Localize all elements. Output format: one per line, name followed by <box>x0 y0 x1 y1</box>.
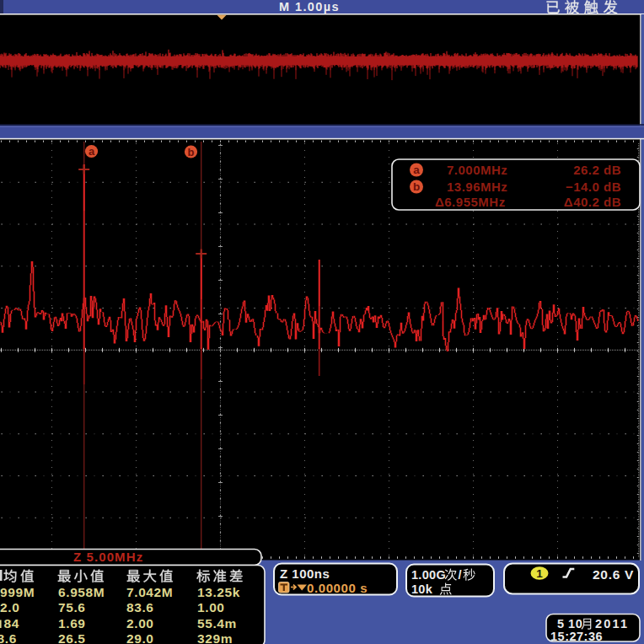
svg-text:20.6 V: 20.6 V <box>593 567 634 582</box>
svg-text:b: b <box>413 180 420 193</box>
svg-text:75.6: 75.6 <box>58 600 86 614</box>
svg-text:55.4m: 55.4m <box>197 616 237 631</box>
svg-text:1: 1 <box>536 567 543 580</box>
svg-text:1.00: 1.00 <box>197 600 225 614</box>
svg-text:2.00: 2.00 <box>126 616 154 631</box>
svg-text:Z 5.00MHz: Z 5.00MHz <box>73 550 143 564</box>
svg-text:Δ40.2 dB: Δ40.2 dB <box>564 195 621 209</box>
svg-text:29.0: 29.0 <box>126 631 154 644</box>
svg-text:a: a <box>413 164 420 176</box>
svg-text:0.00000 s: 0.00000 s <box>307 581 368 595</box>
svg-text:−14.0 dB: −14.0 dB <box>566 180 621 194</box>
svg-text:13.96MHz: 13.96MHz <box>447 180 507 194</box>
svg-text:1.69: 1.69 <box>58 616 86 631</box>
svg-text:a: a <box>89 145 95 158</box>
svg-text:10k: 10k <box>411 582 433 596</box>
svg-text:7.042M: 7.042M <box>126 585 173 599</box>
svg-text:1.00G: 1.00G <box>411 568 446 582</box>
svg-text:999M: 999M <box>0 585 35 599</box>
svg-text:2.0: 2.0 <box>0 600 19 614</box>
svg-text:26.5: 26.5 <box>58 631 86 644</box>
svg-text:15:27:36: 15:27:36 <box>550 630 603 643</box>
svg-text:Z 100ns: Z 100ns <box>280 566 330 581</box>
svg-text:329m: 329m <box>197 631 233 644</box>
svg-text:83.6: 83.6 <box>126 600 154 614</box>
svg-text:M 1.00µs: M 1.00µs <box>279 0 340 13</box>
svg-text:Δ6.955MHz: Δ6.955MHz <box>435 195 506 209</box>
svg-text:84: 84 <box>4 616 19 631</box>
svg-text:26.2 dB: 26.2 dB <box>573 163 621 177</box>
svg-text:b: b <box>188 146 195 158</box>
svg-text:7.000MHz: 7.000MHz <box>447 163 507 177</box>
svg-text:8.6: 8.6 <box>0 631 17 644</box>
svg-text:/: / <box>459 568 462 582</box>
svg-text:13.25k: 13.25k <box>197 585 240 599</box>
svg-text:6.958M: 6.958M <box>58 585 105 599</box>
